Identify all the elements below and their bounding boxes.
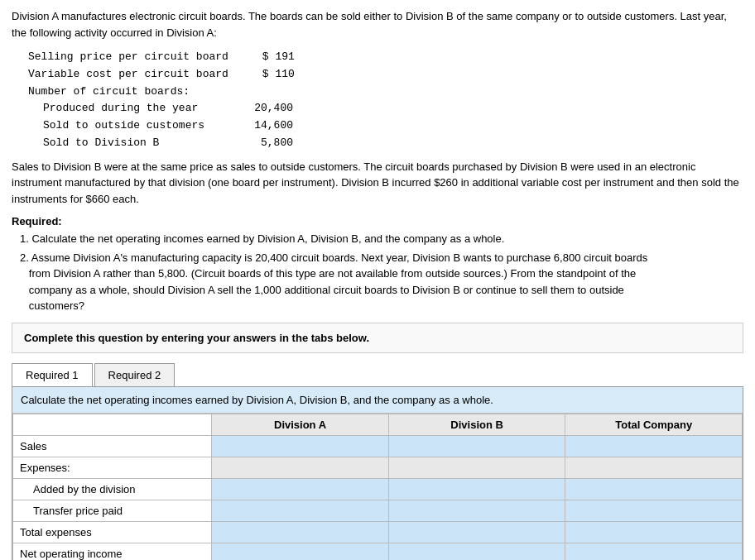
input-net-div-a[interactable] [212, 543, 389, 560]
added-div-a-input[interactable] [212, 479, 388, 500]
instruction-box: Complete this question by entering your … [12, 323, 743, 353]
sales-div-a-input[interactable] [212, 436, 388, 457]
required-title: Required: [12, 215, 743, 227]
tabs-container: Required 1 Required 2 Calculate the net … [12, 363, 743, 560]
added-total-input[interactable] [565, 479, 742, 500]
transfer-total-input[interactable] [565, 500, 742, 521]
table-row-transfer-price: Transfer price paid [13, 500, 743, 521]
data-label: Selling price per circuit board [28, 49, 228, 66]
data-row: Produced during the year 20,400 [28, 100, 743, 117]
data-value: $ 110 [245, 66, 295, 84]
required-section: Required: 1. Calculate the net operating… [12, 215, 743, 314]
tab-content: Calculate the net operating incomes earn… [12, 387, 743, 560]
col-header-label [13, 414, 212, 435]
sales-div-b-input[interactable] [389, 436, 565, 457]
required-item-2: 2. Assume Division A's manufacturing cap… [12, 250, 743, 314]
table-row-sales: Sales [13, 435, 743, 457]
net-total-input[interactable] [565, 543, 742, 560]
input-total-exp-total[interactable] [565, 521, 743, 543]
data-value [243, 84, 293, 101]
input-total-exp-div-b[interactable] [388, 521, 565, 543]
tab-required-1[interactable]: Required 1 [12, 363, 93, 386]
input-sales-total[interactable] [565, 435, 743, 457]
input-added-total[interactable] [565, 478, 743, 500]
intro-paragraph-2: Sales to Division B were at the same pri… [12, 159, 743, 208]
data-value: 20,400 [243, 100, 293, 117]
main-table: Division A Division B Total Company Sale… [12, 414, 743, 560]
input-net-total[interactable] [565, 543, 743, 560]
input-transfer-total[interactable] [565, 500, 743, 521]
row-label-total-expenses: Total expenses [13, 521, 212, 543]
input-expenses-total [565, 457, 743, 478]
data-label: Produced during the year [28, 100, 227, 117]
input-added-div-a[interactable] [212, 478, 389, 500]
row-label-sales: Sales [13, 435, 212, 457]
net-div-b-input[interactable] [389, 543, 565, 560]
data-label: Sold to Division B [28, 135, 227, 152]
col-header-division-a: Division A [212, 414, 389, 435]
col-header-total-company: Total Company [565, 414, 743, 435]
data-value: $ 191 [245, 49, 295, 66]
input-total-exp-div-a[interactable] [212, 521, 389, 543]
input-expenses-div-b [388, 457, 565, 478]
input-added-div-b[interactable] [388, 478, 565, 500]
tabs-row: Required 1 Required 2 [12, 363, 743, 387]
required-item-1: 1. Calculate the net operating incomes e… [12, 231, 743, 247]
data-row: Number of circuit boards: [28, 84, 743, 101]
table-row-total-expenses: Total expenses [13, 521, 743, 543]
data-row: Variable cost per circuit board $ 110 [28, 66, 743, 84]
table-row-added-division: Added by the division [13, 478, 743, 500]
data-row: Sold to Division B 5,800 [28, 135, 743, 152]
row-label-added-division: Added by the division [13, 478, 212, 500]
data-label: Number of circuit boards: [28, 84, 227, 101]
data-table: Selling price per circuit board $ 191 Va… [28, 49, 743, 152]
table-row-expenses-header: Expenses: [13, 457, 743, 478]
input-expenses-div-a [212, 457, 389, 478]
data-label: Variable cost per circuit board [28, 66, 228, 84]
added-div-b-input[interactable] [389, 479, 565, 500]
input-transfer-div-a[interactable] [212, 500, 389, 521]
data-row: Selling price per circuit board $ 191 [28, 49, 743, 66]
intro-paragraph-1: Division A manufactures electronic circu… [12, 8, 743, 41]
data-label: Sold to outside customers [28, 117, 227, 135]
total-exp-div-a-input[interactable] [212, 522, 388, 543]
transfer-div-a-input[interactable] [212, 500, 388, 521]
tab-description: Calculate the net operating incomes earn… [12, 387, 743, 414]
transfer-div-b-input[interactable] [389, 500, 565, 521]
total-exp-total-input[interactable] [565, 522, 742, 543]
data-value: 5,800 [243, 135, 293, 152]
table-row-net-income: Net operating income [13, 543, 743, 560]
total-exp-div-b-input[interactable] [389, 522, 565, 543]
row-label-expenses: Expenses: [13, 457, 212, 478]
row-label-net-income: Net operating income [13, 543, 212, 560]
tab-required-2[interactable]: Required 2 [94, 363, 176, 386]
input-sales-div-a[interactable] [212, 435, 389, 457]
col-header-division-b: Division B [388, 414, 565, 435]
input-net-div-b[interactable] [388, 543, 565, 560]
row-label-transfer-price: Transfer price paid [13, 500, 212, 521]
input-sales-div-b[interactable] [388, 435, 565, 457]
net-div-a-input[interactable] [212, 543, 388, 560]
data-row: Sold to outside customers 14,600 [28, 117, 743, 135]
input-transfer-div-b[interactable] [388, 500, 565, 521]
data-value: 14,600 [243, 117, 293, 135]
sales-total-input[interactable] [565, 436, 742, 457]
